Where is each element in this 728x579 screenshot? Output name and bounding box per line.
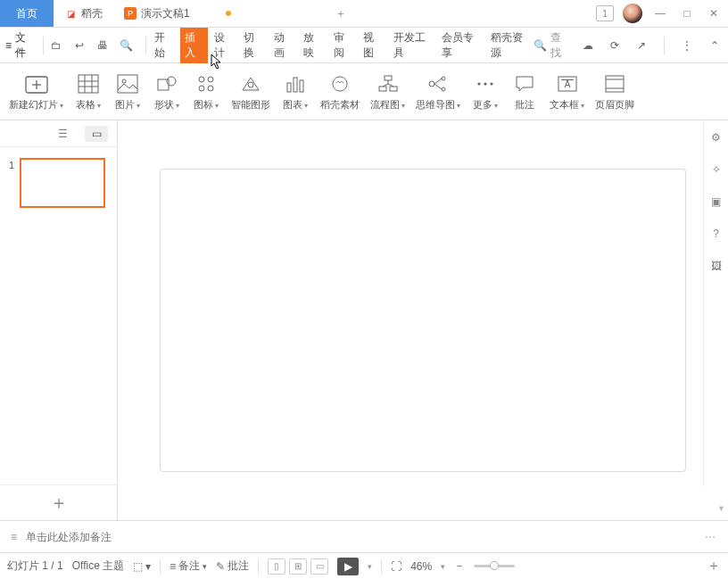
zoom-slider[interactable] bbox=[474, 565, 515, 567]
rib-table[interactable]: 表格▾ bbox=[69, 70, 108, 113]
menutab-review[interactable]: 审阅 bbox=[329, 28, 357, 63]
side-star-icon[interactable]: ✧ bbox=[708, 161, 724, 178]
rib-mindmap[interactable]: 思维导图▾ bbox=[410, 70, 466, 113]
cloud-icon[interactable]: ☁ bbox=[579, 37, 595, 54]
slideshow-button[interactable]: ▶ bbox=[337, 558, 359, 575]
notes-input[interactable] bbox=[26, 531, 696, 543]
view-normal[interactable]: ▯ bbox=[268, 558, 285, 575]
notes-bar: ≡ ⋯ bbox=[0, 520, 728, 552]
separator bbox=[258, 559, 259, 574]
tab-home[interactable]: 首页 bbox=[0, 0, 54, 27]
zoom-knob[interactable] bbox=[490, 561, 499, 570]
picture-icon bbox=[115, 71, 140, 96]
slide-thumb-1[interactable]: 1 bbox=[5, 158, 112, 208]
rib-picture[interactable]: 图片▾ bbox=[108, 70, 147, 113]
cube-icon: ⬚ bbox=[133, 560, 143, 573]
search-button[interactable]: 🔍 查找 bbox=[534, 30, 568, 61]
rib-textbox[interactable]: A 文本框▾ bbox=[544, 70, 590, 113]
maximize-button[interactable]: □ bbox=[678, 4, 696, 22]
svg-rect-19 bbox=[300, 80, 303, 92]
menutab-start[interactable]: 开始 bbox=[150, 28, 178, 63]
notes-more-icon[interactable]: ⋯ bbox=[705, 531, 717, 543]
scroll-down-icon[interactable]: ▼ bbox=[717, 504, 725, 513]
status-notes-button[interactable]: ≡备注▾ bbox=[170, 558, 207, 574]
presentation-icon: P bbox=[124, 7, 136, 20]
rib-header-footer[interactable]: 页眉页脚 bbox=[590, 70, 640, 113]
rib-icons[interactable]: 图标▾ bbox=[186, 70, 226, 113]
zoom-value[interactable]: 46% bbox=[410, 560, 432, 573]
status-comments-button[interactable]: ✎批注 bbox=[216, 558, 249, 574]
icons-icon bbox=[194, 71, 219, 96]
undo-icon[interactable]: ↩ bbox=[70, 37, 88, 54]
file-menu[interactable]: ≡ 文件 bbox=[5, 30, 34, 61]
menutab-member[interactable]: 会员专享 bbox=[437, 28, 484, 63]
save-icon[interactable]: 🗀 bbox=[47, 37, 65, 54]
separator bbox=[160, 559, 161, 574]
separator bbox=[381, 559, 382, 574]
ribbon: 新建幻灯片▾ 表格▾ 图片▾ 形状▾ 图标▾ 智能图形 图表▾ 稻壳素材 流程图… bbox=[0, 63, 728, 120]
maximize-icon: □ bbox=[683, 7, 690, 20]
slide-panel: ☰ ▭ 1 ＋ bbox=[0, 120, 118, 520]
preview-icon[interactable]: 🔍 bbox=[117, 37, 135, 54]
print-icon[interactable]: 🖶 bbox=[94, 37, 112, 54]
svg-rect-18 bbox=[294, 78, 297, 92]
view-reading[interactable]: ▭ bbox=[310, 558, 328, 575]
rib-dock-assets[interactable]: 稻壳素材 bbox=[315, 70, 365, 113]
menutab-transition[interactable]: 切换 bbox=[239, 28, 267, 63]
collapse-ribbon-icon[interactable]: ⌃ bbox=[707, 37, 723, 54]
flowchart-icon bbox=[376, 71, 401, 96]
outline-tab[interactable]: ☰ bbox=[51, 126, 74, 142]
zoom-in[interactable]: ＋ bbox=[707, 557, 721, 575]
share-icon[interactable]: ↗ bbox=[633, 37, 649, 54]
svg-rect-8 bbox=[118, 75, 137, 93]
thumbnail-tab[interactable]: ▭ bbox=[85, 126, 108, 142]
edit-area: ▲ ▼ bbox=[118, 120, 728, 520]
avatar[interactable] bbox=[623, 4, 642, 23]
header-footer-icon bbox=[602, 71, 627, 96]
titlebar-right: 1 — □ ✕ bbox=[596, 0, 728, 27]
side-help-icon[interactable]: ? bbox=[708, 226, 724, 242]
minimize-button[interactable]: — bbox=[651, 4, 669, 22]
status-3d-button[interactable]: ⬚▾ bbox=[133, 560, 151, 573]
tab-add[interactable]: ＋ bbox=[327, 0, 354, 27]
menutab-insert[interactable]: 插入 bbox=[180, 28, 208, 63]
slide-canvas[interactable] bbox=[160, 169, 686, 472]
menutab-animation[interactable]: 动画 bbox=[269, 28, 297, 63]
tab-document[interactable]: P 演示文稿1 bbox=[113, 0, 327, 27]
shapes-icon bbox=[154, 71, 179, 96]
zoom-out[interactable]: － bbox=[454, 558, 465, 574]
rib-new-slide[interactable]: 新建幻灯片▾ bbox=[4, 70, 69, 113]
add-slide-button[interactable]: ＋ bbox=[0, 484, 117, 520]
side-template-icon[interactable]: ▣ bbox=[708, 194, 724, 210]
menutab-resources[interactable]: 稻壳资源 bbox=[486, 28, 534, 63]
slide-number: 1 bbox=[5, 158, 14, 208]
menutab-slideshow[interactable]: 放映 bbox=[299, 28, 327, 63]
svg-rect-21 bbox=[379, 87, 386, 91]
rib-more[interactable]: 更多▾ bbox=[466, 70, 505, 113]
view-sorter[interactable]: ⊞ bbox=[289, 558, 307, 575]
rib-flowchart[interactable]: 流程图▾ bbox=[365, 70, 410, 113]
svg-point-23 bbox=[429, 81, 434, 87]
rib-shapes[interactable]: 形状▾ bbox=[147, 70, 186, 113]
rib-comment[interactable]: 批注 bbox=[505, 70, 544, 113]
svg-rect-17 bbox=[287, 83, 291, 92]
menutab-design[interactable]: 设计 bbox=[210, 28, 237, 63]
svg-rect-3 bbox=[79, 75, 98, 93]
more-menu-icon[interactable]: ⋮ bbox=[679, 37, 695, 54]
rib-chart[interactable]: 图表▾ bbox=[276, 70, 315, 113]
notes-toggle-icon: ≡ bbox=[170, 560, 176, 573]
quick-access: 🗀 ↩ 🖶 🔍 bbox=[47, 37, 135, 54]
fit-button[interactable]: ⛶ bbox=[391, 560, 401, 573]
side-settings-icon[interactable]: ⚙ bbox=[708, 129, 724, 145]
menutab-view[interactable]: 视图 bbox=[359, 28, 386, 63]
close-button[interactable]: ✕ bbox=[705, 4, 723, 22]
svg-point-24 bbox=[442, 77, 445, 80]
menutab-devtools[interactable]: 开发工具 bbox=[389, 28, 436, 63]
side-image-icon[interactable]: 🖼 bbox=[708, 258, 724, 274]
window-count[interactable]: 1 bbox=[596, 5, 614, 21]
sync-icon[interactable]: ⟳ bbox=[607, 37, 623, 54]
menu-tabs: 开始 插入 设计 切换 动画 放映 审阅 视图 开发工具 会员专享 稻壳资源 bbox=[150, 28, 534, 63]
rib-smartart[interactable]: 智能图形 bbox=[226, 70, 276, 113]
tab-dock[interactable]: ◪ 稻壳 bbox=[54, 0, 113, 27]
workarea: ☰ ▭ 1 ＋ ▲ ▼ bbox=[0, 120, 728, 520]
